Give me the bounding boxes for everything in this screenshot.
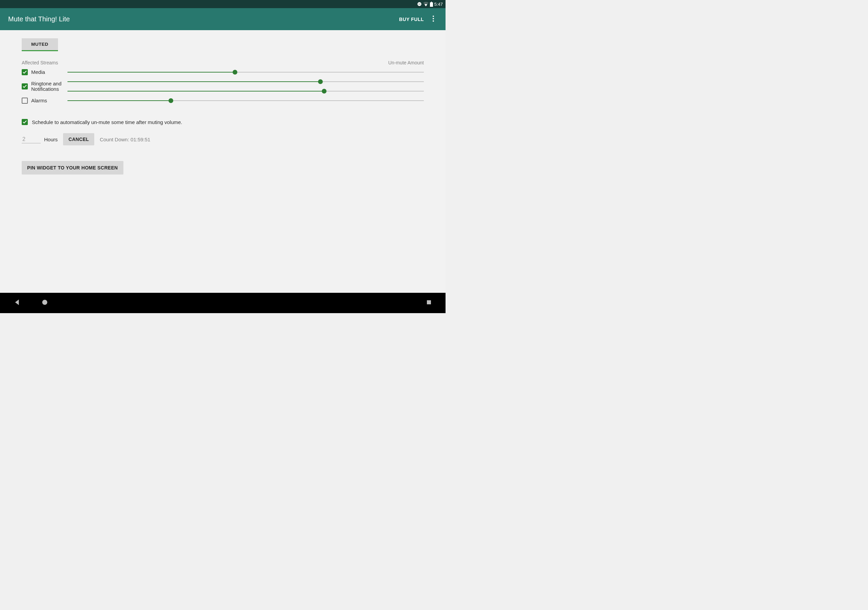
slider-ringtone[interactable]	[67, 77, 424, 87]
check-icon	[23, 71, 27, 74]
tab-muted[interactable]: MUTED	[22, 38, 58, 51]
pin-widget-button[interactable]: PIN WIDGET TO YOUR HOME SCREEN	[22, 161, 123, 175]
slider-alarms[interactable]	[67, 96, 424, 105]
android-status-bar: 5:47	[0, 0, 445, 8]
status-time: 5:47	[434, 2, 443, 7]
app-bar: Mute that Thing! Lite BUY FULL	[0, 8, 445, 30]
buy-full-button[interactable]: BUY FULL	[399, 17, 424, 22]
svg-point-4	[432, 15, 434, 17]
svg-point-7	[42, 300, 48, 305]
more-vert-icon	[432, 15, 434, 23]
slider-notifications[interactable]	[67, 87, 424, 96]
unmute-amount-header: Un-mute Amount	[388, 60, 445, 65]
back-triangle-icon	[14, 299, 21, 307]
label-ringtone-notifications: Ringtone and Notifications	[31, 81, 67, 92]
svg-point-5	[432, 18, 434, 19]
android-nav-bar	[0, 293, 445, 313]
tab-strip: MUTED	[22, 38, 424, 51]
hours-label: Hours	[44, 136, 57, 142]
svg-point-6	[432, 20, 434, 22]
label-alarms: Alarms	[31, 98, 47, 104]
slider-media[interactable]	[67, 67, 424, 77]
checkbox-media[interactable]	[22, 69, 28, 75]
label-media: Media	[31, 70, 45, 75]
cancel-button[interactable]: CANCEL	[63, 133, 94, 146]
svg-rect-2	[430, 2, 433, 7]
battery-icon	[430, 2, 433, 7]
nav-recent-button[interactable]	[426, 299, 432, 307]
checkbox-alarms[interactable]	[22, 98, 28, 104]
home-circle-icon	[41, 299, 48, 307]
wifi-icon	[423, 2, 429, 6]
do-not-disturb-icon	[417, 2, 422, 6]
hours-input[interactable]	[22, 136, 41, 143]
schedule-unmute-label: Schedule to automatically un-mute some t…	[32, 119, 183, 125]
svg-rect-1	[418, 4, 420, 4]
countdown-text: Count Down: 01:59:51	[100, 136, 150, 142]
main-content: MUTED Affected Streams Un-mute Amount Me…	[0, 30, 445, 293]
recent-square-icon	[426, 299, 432, 307]
app-title: Mute that Thing! Lite	[8, 15, 399, 23]
overflow-menu-button[interactable]	[429, 15, 437, 23]
affected-streams-header: Affected Streams	[22, 60, 58, 65]
check-icon	[23, 85, 27, 88]
check-icon	[23, 120, 27, 124]
checkbox-ringtone-notifications[interactable]	[22, 84, 28, 90]
svg-rect-8	[427, 300, 431, 304]
checkbox-schedule-unmute[interactable]	[22, 119, 28, 125]
svg-rect-3	[431, 2, 432, 2]
nav-back-button[interactable]	[14, 299, 21, 307]
nav-home-button[interactable]	[41, 299, 48, 307]
